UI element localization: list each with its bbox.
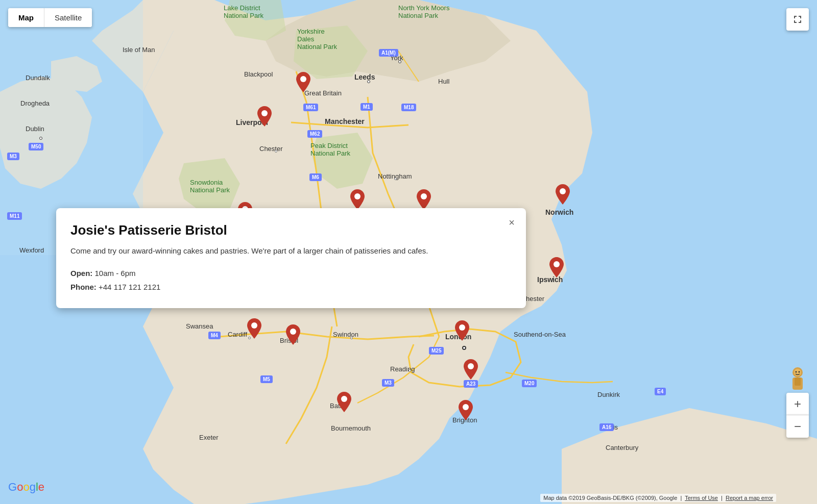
city-dot-dublin (39, 137, 42, 140)
svg-point-5 (354, 193, 361, 199)
report-link[interactable]: Report a map error (726, 495, 773, 501)
info-window: × Josie's Patisserie Bristol Come and tr… (56, 208, 526, 308)
city-dot-york (398, 60, 401, 63)
svg-rect-17 (795, 377, 801, 386)
map-type-map-button[interactable]: Map (8, 8, 44, 27)
map-type-controls: Map Satellite (8, 8, 92, 27)
pin-brighton[interactable] (459, 400, 473, 422)
svg-point-8 (554, 261, 560, 267)
phone-value: +44 117 121 2121 (99, 283, 160, 291)
info-window-title: Josie's Patisserie Bristol (70, 222, 510, 238)
svg-point-10 (290, 329, 296, 335)
zoom-out-button[interactable]: − (786, 415, 809, 438)
fullscreen-button[interactable] (786, 8, 809, 31)
city-dot-london (462, 346, 466, 350)
city-dot-reading (408, 369, 411, 372)
city-dot-nottingham (394, 178, 397, 180)
svg-point-12 (468, 363, 474, 369)
svg-point-2 (300, 76, 306, 82)
svg-point-3 (261, 110, 268, 116)
city-dot-chester (275, 150, 277, 153)
pin-liverpool[interactable] (257, 106, 272, 129)
pin-cardiff[interactable] (247, 318, 261, 341)
svg-point-11 (459, 324, 465, 331)
pin-london2[interactable] (464, 359, 478, 382)
info-window-details: Open: 10am - 6pm Phone: +44 117 121 2121 (70, 266, 510, 294)
bottom-bar: Map data ©2019 GeoBasis-DE/BKG (©2009), … (0, 492, 817, 504)
svg-point-19 (796, 371, 797, 372)
info-window-description: Come and try our award-winning cakes and… (70, 245, 510, 257)
open-label: Open: (70, 269, 92, 278)
pin-norwich[interactable] (556, 184, 570, 207)
terms-link[interactable]: Terms of Use (685, 495, 718, 501)
fullscreen-icon (792, 14, 803, 24)
zoom-in-button[interactable]: + (786, 393, 809, 415)
svg-point-9 (251, 322, 257, 329)
phone-label: Phone: (70, 283, 97, 291)
map-attribution: Map data ©2019 GeoBasis-DE/BKG (©2009), … (543, 495, 677, 501)
pegman-icon (788, 366, 807, 390)
pin-bristol[interactable] (286, 324, 300, 347)
pegman-button[interactable] (786, 364, 809, 392)
pin-burnley[interactable] (296, 72, 310, 94)
city-dot-hull (367, 80, 370, 83)
open-value: 10am - 6pm (95, 269, 136, 278)
map-type-satellite-button[interactable]: Satellite (44, 8, 92, 27)
map-container[interactable]: Dublin Drogheda Dundalk Wexford Blackpoo… (0, 0, 817, 504)
zoom-controls: + − (786, 393, 809, 438)
svg-point-7 (560, 188, 566, 194)
info-window-close-button[interactable]: × (504, 215, 519, 230)
pin-ipswich[interactable] (549, 257, 564, 280)
pin-london1[interactable] (455, 320, 469, 343)
svg-point-13 (341, 396, 347, 402)
svg-point-6 (421, 193, 427, 199)
pin-southampton[interactable] (337, 392, 351, 414)
city-dot-swindon (350, 337, 353, 339)
svg-point-20 (799, 371, 800, 372)
svg-point-14 (463, 404, 469, 410)
